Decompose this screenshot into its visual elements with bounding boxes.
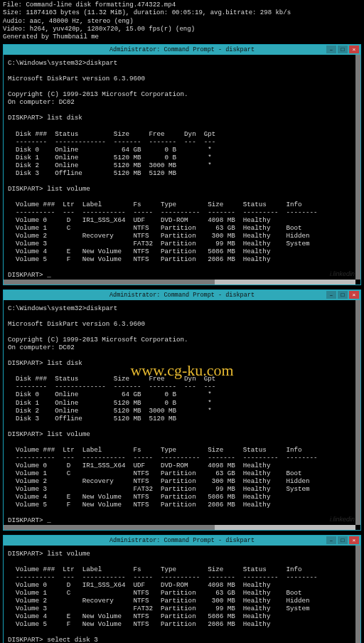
title-text: Administrator: Command Prompt - diskpart bbox=[109, 46, 255, 53]
terminal-output[interactable]: C:\Windows\system32>diskpart Microsoft D… bbox=[4, 300, 360, 530]
title-bar[interactable]: Administrator: Command Prompt - diskpart… bbox=[4, 290, 360, 300]
close-button[interactable]: × bbox=[349, 536, 359, 544]
minimize-button[interactable]: – bbox=[326, 536, 336, 544]
maximize-button[interactable]: □ bbox=[338, 536, 348, 544]
maximize-button[interactable]: □ bbox=[338, 291, 348, 299]
window-controls: – □ × bbox=[325, 536, 359, 546]
maximize-button[interactable]: □ bbox=[338, 46, 348, 53]
window-controls: – □ × bbox=[325, 290, 359, 300]
window-controls: – □ × bbox=[325, 45, 359, 55]
minimize-button[interactable]: – bbox=[326, 46, 336, 53]
title-text: Administrator: Command Prompt - diskpart bbox=[109, 537, 255, 544]
cmd-window-2: Administrator: Command Prompt - diskpart… bbox=[3, 289, 361, 531]
title-text: Administrator: Command Prompt - diskpart bbox=[109, 292, 255, 299]
close-button[interactable]: × bbox=[349, 46, 359, 53]
cmd-window-1: Administrator: Command Prompt - diskpart… bbox=[3, 44, 361, 285]
close-button[interactable]: × bbox=[349, 291, 359, 299]
cmd-window-3: Administrator: Command Prompt - diskpart… bbox=[3, 535, 361, 643]
terminal-output[interactable]: DISKPART> list volume Volume ### Ltr Lab… bbox=[4, 546, 360, 643]
title-bar[interactable]: Administrator: Command Prompt - diskpart… bbox=[4, 45, 360, 55]
title-bar[interactable]: Administrator: Command Prompt - diskpart… bbox=[4, 536, 360, 546]
minimize-button[interactable]: – bbox=[326, 291, 336, 299]
file-meta: File: Command-line disk formatting.47432… bbox=[0, 0, 364, 44]
terminal-output[interactable]: C:\Windows\system32>diskpart Microsoft D… bbox=[4, 55, 360, 285]
